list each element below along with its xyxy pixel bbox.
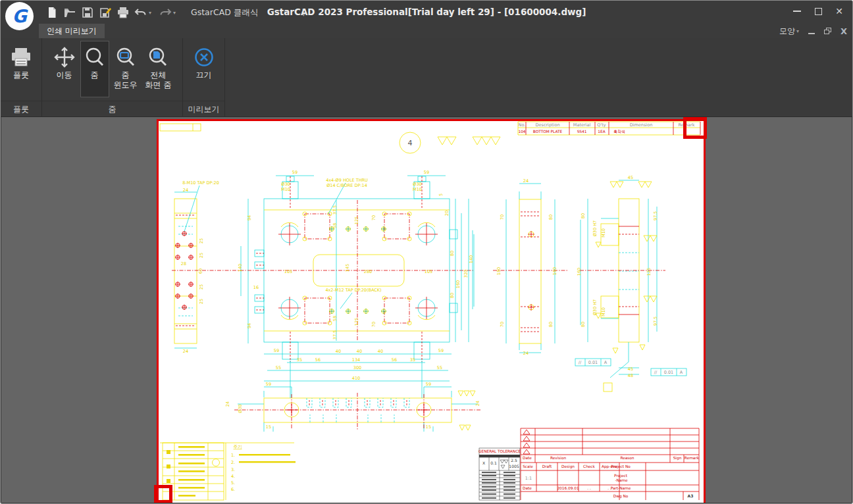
svg-text:94: 94 (247, 215, 252, 220)
svg-text:M10: M10 (601, 307, 606, 316)
svg-text:No.: No. (519, 122, 526, 128)
svg-text:Ø30: Ø30 (238, 404, 243, 413)
svg-text:Ø30: Ø30 (413, 182, 421, 187)
close-button[interactable]: ✕ (834, 6, 844, 16)
zoom-window-button[interactable]: 줌 윈도우 (111, 41, 141, 92)
svg-text:48: 48 (628, 373, 633, 378)
group-label-plot: 플롯 (1, 101, 41, 117)
app-window: G ▾ ▾ GstarCAD 클래식 (0, 0, 853, 504)
svg-text:80: 80 (548, 214, 554, 220)
svg-text:59: 59 (274, 348, 279, 353)
svg-text:80: 80 (450, 251, 455, 256)
svg-text:45: 45 (628, 366, 633, 372)
zoom-button-label: 줌 (91, 70, 99, 80)
svg-text:-Name: -Name (615, 478, 628, 482)
svg-text:Ø30: Ø30 (281, 182, 290, 187)
svg-text:28: 28 (181, 261, 186, 266)
svg-text:Check: Check (583, 465, 595, 468)
svg-text:흑착색: 흑착색 (613, 130, 625, 134)
svg-text:125: 125 (354, 318, 359, 326)
svg-text://: // (654, 370, 658, 375)
svg-text:160: 160 (455, 280, 461, 288)
svg-text:1.: 1. (231, 453, 235, 458)
maximize-button[interactable] (813, 6, 823, 16)
appearance-label: 모양 (779, 26, 795, 37)
svg-text:Remark: Remark (685, 456, 700, 460)
svg-text:24: 24 (183, 188, 188, 193)
svg-text:125: 125 (354, 216, 359, 224)
svg-text:A3: A3 (688, 493, 694, 498)
svg-text:104: 104 (518, 130, 525, 134)
view-plan (172, 176, 475, 381)
svg-text:1:1: 1:1 (525, 476, 532, 481)
window-title: GstarCAD 2023 Professional[Trial day lef… (1, 7, 852, 17)
svg-text://: // (579, 360, 582, 365)
svg-text:A: A (680, 370, 683, 375)
svg-text:5: 5 (438, 193, 444, 196)
svg-text:45: 45 (628, 175, 633, 180)
svg-text:180: 180 (496, 267, 502, 275)
svg-text:16: 16 (253, 285, 259, 290)
svg-text:6.: 6. (231, 487, 235, 492)
title-bar: G ▾ ▾ GstarCAD 클래식 (1, 1, 852, 24)
svg-text:3.: 3. (231, 467, 235, 472)
pan-button[interactable]: 이동 (50, 41, 79, 82)
doc-minimize-button[interactable] (808, 33, 815, 34)
tolerance-frame-1: // 0.01 A (575, 359, 611, 366)
svg-text:70: 70 (371, 215, 376, 220)
appearance-dropdown[interactable]: 모양 ▾ (779, 26, 799, 37)
zoom-button[interactable]: 줌 (80, 41, 109, 97)
svg-text:GENERAL TOLERANCE: GENERAL TOLERANCE (478, 449, 521, 453)
zoom-full-button[interactable]: 전체 화면 줌 (142, 41, 175, 92)
zoom-window-label2: 윈도우 (114, 80, 138, 90)
svg-text:4x4-Ø9 HOLE THRU: 4x4-Ø9 HOLE THRU (326, 178, 368, 183)
svg-text:125: 125 (646, 268, 652, 276)
svg-text:Dimension: Dimension (630, 122, 653, 128)
group-label-preview: 미리보기 (183, 101, 224, 117)
tab-print-preview[interactable]: 인쇄 미리보기 (39, 24, 105, 38)
svg-text:0.1: 0.1 (490, 461, 497, 465)
general-tolerance-table: GENERAL TOLERANCE X 0.1 2.5 100S (478, 448, 521, 500)
revision-triangles (523, 430, 530, 454)
svg-text:Q'ty: Q'ty (597, 122, 606, 128)
close-preview-button[interactable]: 끄기 (190, 41, 219, 82)
doc-restore-button[interactable] (824, 28, 831, 34)
svg-text:37.5: 37.5 (332, 330, 338, 340)
svg-text:. .: . . (587, 486, 591, 490)
svg-text:24: 24 (523, 178, 529, 184)
zoom-corner-marker-bottom-left (154, 485, 172, 503)
minimize-button[interactable] (792, 6, 802, 16)
window-controls: ✕ (792, 6, 844, 16)
view-bottom (234, 361, 481, 432)
zoom-corner-marker-top-right (683, 117, 707, 139)
doc-close-button[interactable]: X (840, 26, 847, 36)
svg-text:Date: Date (523, 486, 532, 490)
svg-text:105: 105 (425, 269, 432, 274)
svg-text:280: 280 (364, 269, 372, 274)
svg-text:94: 94 (247, 323, 252, 328)
print-preview-canvas[interactable]: No. Description Material Q'ty Dimension … (1, 117, 852, 503)
svg-text:70: 70 (371, 322, 376, 327)
svg-text:35: 35 (410, 357, 415, 363)
svg-text:60: 60 (198, 268, 203, 274)
svg-text:56: 56 (315, 357, 321, 363)
svg-text:97.5: 97.5 (653, 211, 658, 220)
notes-block: 주기 1. 2. 3. 4. 5. 6. (160, 443, 296, 500)
svg-text:35: 35 (297, 357, 302, 363)
svg-text:X: X (482, 461, 485, 465)
svg-text:4x2-M12 TAP DP.20(BACK): 4x2-M12 TAP DP.20(BACK) (325, 288, 381, 293)
svg-text:2.: 2. (231, 460, 235, 465)
plot-button[interactable]: 플롯 (7, 41, 36, 82)
svg-text:Draft: Draft (542, 465, 552, 468)
group-label-zoom: 줌 (42, 101, 182, 117)
gstarcad-logo-icon[interactable]: G (5, 2, 34, 30)
svg-text:80: 80 (450, 293, 455, 298)
svg-text:24: 24 (523, 351, 529, 356)
zoom-window-label1: 줌 (122, 70, 130, 80)
svg-text:1EA: 1EA (598, 130, 605, 134)
zoom-full-icon (147, 44, 169, 70)
svg-text:160: 160 (552, 267, 557, 275)
svg-text:59: 59 (438, 348, 444, 353)
surface-finish-marks (438, 137, 500, 145)
svg-text:37.5: 37.5 (332, 205, 338, 214)
